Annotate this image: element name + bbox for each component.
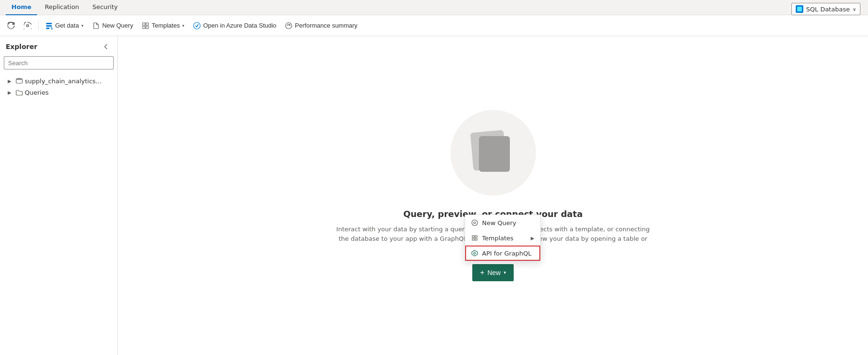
tree-label-queries: Queries [25, 89, 49, 96]
graphql-dropdown-icon [471, 249, 478, 257]
db-tree-icon [15, 77, 23, 85]
sidebar-header: Explorer [0, 36, 117, 56]
templates-icon [142, 22, 149, 30]
db-icon [796, 5, 803, 13]
svg-rect-2 [46, 28, 49, 29]
svg-point-8 [472, 220, 478, 226]
new-query-dropdown-icon [471, 219, 478, 227]
templates-label: Templates [152, 22, 180, 29]
empty-icon-inner [469, 129, 517, 177]
refresh-icon [8, 22, 15, 30]
new-button-plus-icon: + [480, 268, 484, 277]
performance-button[interactable]: Performance summary [281, 18, 361, 33]
nav-tab-home[interactable]: Home [6, 0, 37, 15]
dropdown-menu: New Query Templates ▶ API for GraphQL [465, 215, 541, 261]
new-button-chevron-icon: ▾ [504, 270, 506, 275]
templates-button[interactable]: Templates ▾ [138, 18, 188, 33]
svg-marker-10 [472, 250, 478, 256]
dropdown-item-graphql[interactable]: API for GraphQL [465, 246, 540, 261]
toolbar: Get data ▾ New Query Templates ▾ Open in… [0, 15, 868, 36]
tree-item-queries[interactable]: ▶ Queries [0, 87, 117, 98]
open-ads-icon [193, 22, 201, 30]
templates-arrow-icon: ▶ [531, 236, 535, 241]
sidebar-search [4, 56, 114, 69]
svg-rect-0 [46, 23, 52, 24]
new-button[interactable]: + New ▾ [472, 264, 513, 281]
get-data-label: Get data [55, 22, 79, 29]
main-layout: Explorer ▶ supply_chain_analytics... ▶ [0, 36, 868, 355]
svg-rect-1 [46, 25, 52, 27]
dropdown-item-templates-label: Templates [482, 235, 514, 242]
tree-label-db: supply_chain_analytics... [25, 78, 102, 85]
dropdown-item-templates[interactable]: Templates ▶ [465, 230, 540, 246]
get-data-icon [45, 22, 53, 30]
new-query-button[interactable]: New Query [88, 18, 137, 33]
settings-icon [24, 22, 31, 30]
top-nav: Home Replication Security SQL Database ∨ [0, 0, 868, 15]
empty-icon-circle [450, 110, 536, 196]
open-ads-label: Open in Azure Data Studio [203, 22, 276, 29]
content-area: Query, preview, or connect your data Int… [118, 36, 868, 355]
search-input[interactable] [4, 56, 114, 69]
folder-tree-icon [15, 89, 23, 96]
svg-point-11 [474, 252, 476, 254]
settings-button[interactable] [20, 18, 35, 33]
sidebar-title: Explorer [6, 43, 37, 50]
dropdown-item-new-query[interactable]: New Query [465, 215, 540, 230]
get-data-chevron-icon: ▾ [81, 23, 84, 28]
new-button-label: New [488, 269, 501, 276]
refresh-button[interactable] [4, 18, 19, 33]
new-query-label: New Query [102, 22, 133, 29]
performance-icon [285, 22, 293, 30]
get-data-button[interactable]: Get data ▾ [41, 18, 88, 33]
nav-tab-replication[interactable]: Replication [39, 0, 85, 15]
tree-item-db[interactable]: ▶ supply_chain_analytics... [0, 75, 117, 87]
open-ads-button[interactable]: Open in Azure Data Studio [189, 18, 280, 33]
sidebar: Explorer ▶ supply_chain_analytics... ▶ [0, 36, 118, 355]
page-shape-front [479, 136, 510, 172]
svg-point-3 [194, 22, 200, 29]
nav-tab-security[interactable]: Security [87, 0, 123, 15]
dropdown-item-graphql-label: API for GraphQL [482, 250, 532, 257]
toolbar-separator-1 [38, 21, 39, 30]
db-selector-chevron: ∨ [853, 7, 856, 12]
sidebar-collapse-button[interactable] [100, 41, 112, 52]
tree-chevron-db: ▶ [6, 77, 13, 85]
svg-point-9 [474, 222, 476, 224]
sidebar-tree: ▶ supply_chain_analytics... ▶ Queries [0, 73, 117, 100]
dropdown-item-new-query-label: New Query [482, 219, 517, 227]
performance-label: Performance summary [295, 22, 357, 29]
templates-chevron-icon: ▾ [182, 23, 185, 28]
db-selector[interactable]: SQL Database ∨ [791, 3, 860, 15]
tree-chevron-queries: ▶ [6, 89, 13, 96]
db-selector-label: SQL Database [806, 6, 850, 13]
templates-dropdown-icon [471, 234, 478, 242]
new-query-icon [92, 22, 100, 30]
